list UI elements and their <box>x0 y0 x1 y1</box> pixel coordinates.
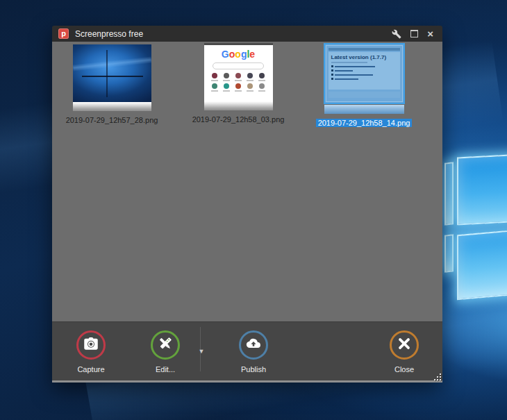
selected-thumbnail-border: Latest version (1.7.7) <box>324 43 405 104</box>
thumbnail-reflection <box>73 102 151 111</box>
workspace-thumbnail-area: 2019-07-29_12h57_28.png Google 2019-07-2… <box>52 42 442 321</box>
google-logo: Google <box>204 49 273 60</box>
thumbnail-reflection <box>324 105 404 114</box>
windows-logo-pane <box>457 153 507 225</box>
capture-button[interactable] <box>76 330 106 360</box>
windows-logo-pane <box>444 162 454 226</box>
publish-button[interactable] <box>239 330 268 360</box>
thumbnail-filename-selected[interactable]: 2019-07-29_12h58_14.png <box>316 119 413 127</box>
close-button[interactable] <box>390 330 419 360</box>
browser-chrome-strip <box>204 43 273 45</box>
thumbnail-reflection <box>204 101 273 110</box>
thumbnail-about-panel[interactable]: Latest version (1.7.7) <box>326 45 403 102</box>
edit-button[interactable] <box>151 330 180 360</box>
camera-icon <box>82 335 100 355</box>
window-title: Screenpresso free <box>75 29 392 39</box>
action-toolbar: Capture <box>52 321 442 381</box>
thumbnail-windows-desktop[interactable] <box>73 44 151 102</box>
thumbnail-cell: 2019-07-29_12h57_28.png <box>58 43 166 124</box>
capture-label: Capture <box>63 365 119 373</box>
google-search-bar <box>213 62 264 69</box>
screenpresso-window: p Screenpresso free × 2019-07-29_12h57_2 <box>52 26 442 383</box>
chevron-down-icon[interactable]: ▼ <box>196 347 207 355</box>
google-shortcut-grid <box>204 73 273 92</box>
thumbnail-filename[interactable]: 2019-07-29_12h58_03.png <box>188 115 288 124</box>
titlebar[interactable]: p Screenpresso free × <box>52 26 442 42</box>
screenpresso-logo-icon: p <box>58 28 69 39</box>
close-icon[interactable]: × <box>427 29 433 39</box>
cloud-upload-icon <box>244 335 263 355</box>
x-icon <box>395 335 413 355</box>
close-label: Close <box>376 365 432 373</box>
publish-label: Publish <box>226 365 281 373</box>
screen: p Screenpresso free × 2019-07-29_12h57_2 <box>0 0 507 420</box>
windows-logo-pane <box>457 229 507 301</box>
thumbnail-filename[interactable]: 2019-07-29_12h57_28.png <box>58 116 166 124</box>
pencil-ruler-icon <box>156 335 174 355</box>
settings-wrench-icon[interactable] <box>392 29 401 39</box>
resize-grip[interactable] <box>433 373 442 381</box>
thumbnail-cell: Google 2019-07-29_12h58_03.png <box>188 43 288 124</box>
about-panel-heading: Latest version (1.7.7) <box>331 54 397 60</box>
edit-label: Edit... <box>138 365 193 373</box>
window-bottom-edge <box>52 380 442 383</box>
windows-logo-pane <box>444 234 454 273</box>
thumbnail-google-page[interactable]: Google <box>204 43 273 101</box>
maximize-icon[interactable] <box>410 30 418 37</box>
thumbnail-cell: Latest version (1.7.7) 2019-07-29_12h58_… <box>309 43 419 128</box>
